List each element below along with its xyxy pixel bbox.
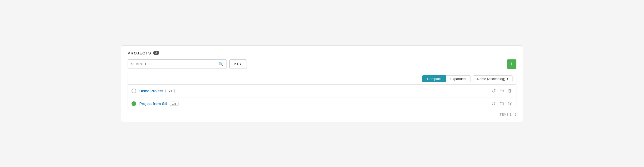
row-actions: ↻🗃🗑 [491,88,512,94]
git-badge: GIT [170,102,178,106]
search-wrapper: 🔍 [128,59,227,69]
trash-icon: 🗑 [508,88,512,93]
search-button[interactable]: 🔍 [215,60,226,69]
project-status-icon[interactable] [132,89,136,93]
compact-view-button[interactable]: Compact [422,75,446,82]
add-project-button[interactable]: + [507,59,516,69]
key-button[interactable]: KEY [229,59,247,69]
items-count: ITEMS 1 - 2 [499,113,516,116]
delete-button[interactable]: 🗑 [508,101,512,106]
refresh-icon: ↻ [491,101,496,107]
copy-button[interactable]: 🗃 [499,88,504,94]
copy-button[interactable]: 🗃 [499,101,504,106]
refresh-button[interactable]: ↻ [491,88,496,94]
sort-label: Name (Ascending) [477,77,505,81]
project-name[interactable]: Project from Git [139,102,167,106]
table-row: Project from GitGIT↻🗃🗑 [128,97,516,110]
copy-icon: 🗃 [499,88,504,93]
projects-list: Demo ProjectGIT↻🗃🗑Project from GitGIT↻🗃🗑 [128,85,516,110]
toolbar-row: 🔍 KEY + [128,59,516,69]
search-icon: 🔍 [218,62,223,66]
table-toolbar: Compact Expanded Name (Ascending) [128,73,516,85]
delete-button[interactable]: 🗑 [508,88,512,94]
projects-table: Compact Expanded Name (Ascending) Demo P… [128,73,516,110]
expanded-view-button[interactable]: Expanded [446,75,471,82]
row-actions: ↻🗃🗑 [491,101,512,107]
project-name[interactable]: Demo Project [139,89,163,93]
footer-row: ITEMS 1 - 2 [128,113,516,116]
project-status-icon[interactable] [132,101,136,106]
header-row: PROJECTS 2 [128,51,516,55]
copy-icon: 🗃 [499,101,504,106]
chevron-down-icon [507,77,509,81]
sort-button[interactable]: Name (Ascending) [473,75,512,82]
main-container: PROJECTS 2 🔍 KEY + Compact Expanded Name… [121,45,523,122]
trash-icon: 🗑 [508,101,512,106]
page-title: PROJECTS [128,51,151,55]
refresh-icon: ↻ [491,88,496,94]
refresh-button[interactable]: ↻ [491,101,496,107]
count-badge: 2 [153,51,159,55]
search-input[interactable] [128,60,215,69]
table-row: Demo ProjectGIT↻🗃🗑 [128,85,516,97]
git-badge: GIT [165,89,174,93]
